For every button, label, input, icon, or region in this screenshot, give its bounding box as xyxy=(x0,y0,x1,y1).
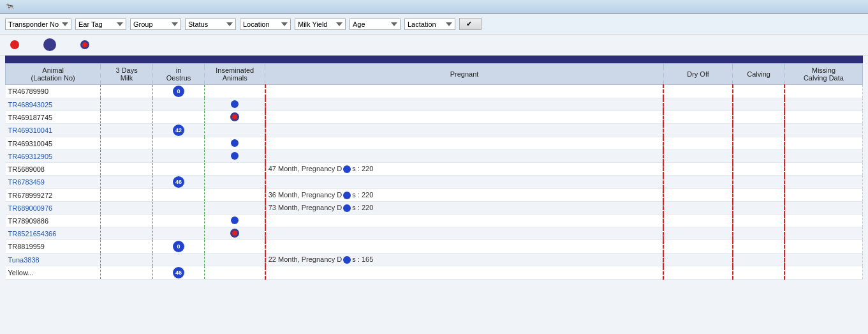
herd-table: Animal(Lactation No) 3 DaysMilk inOestru… xyxy=(5,63,863,280)
missing-cell xyxy=(784,150,862,163)
table-row: TR568900847 Month, Pregnancy Ds : 220 xyxy=(6,163,863,176)
3days-cell xyxy=(101,124,152,137)
missing-cell xyxy=(784,202,862,215)
animal-link[interactable]: TR468943025 xyxy=(8,101,53,109)
preg-dot-icon xyxy=(343,192,351,199)
calving-cell xyxy=(733,85,784,98)
pregnant-cell: 47 Month, Pregnancy Ds : 220 xyxy=(265,163,663,176)
animal-cell[interactable]: TR469310041 xyxy=(6,124,101,137)
animal-cell[interactable]: TR469312905 xyxy=(6,150,101,163)
animal-cell[interactable]: Tuna3838 xyxy=(6,254,101,266)
group-select[interactable]: Group xyxy=(130,19,181,30)
preg-days-text: s : 220 xyxy=(352,204,373,211)
inseminated-cell xyxy=(205,202,265,215)
3days-cell xyxy=(101,266,152,280)
table-row: TR469312905 xyxy=(6,150,863,163)
age-select[interactable]: Age xyxy=(349,19,401,30)
animal-cell[interactable]: TR689000976 xyxy=(6,202,101,215)
col-header-inseminated: InseminatedAnimals xyxy=(205,64,265,85)
inseminated-cell xyxy=(205,150,265,163)
missing-cell xyxy=(784,111,862,124)
col-header-3days: 3 DaysMilk xyxy=(101,64,152,85)
animal-link[interactable]: TR469312905 xyxy=(8,153,53,160)
table-row: TR88199590 xyxy=(6,240,863,254)
dryoff-cell xyxy=(663,227,733,240)
inseminated-cell xyxy=(205,215,265,227)
dryoff-cell xyxy=(663,85,733,98)
pregnancy-text: 47 Month, Pregnancy Ds : 220 xyxy=(268,165,374,172)
oestrus-cell xyxy=(152,254,204,266)
table-row: TR678345946 xyxy=(6,176,863,189)
missing-cell xyxy=(784,227,862,240)
col-header-missing: MissingCalving Data xyxy=(784,64,862,85)
oestrus-cell xyxy=(152,150,204,163)
inseminated-dot-icon xyxy=(231,216,239,224)
preg-days-text: s : 220 xyxy=(352,191,373,199)
3days-cell xyxy=(101,227,152,240)
dryoff-cell xyxy=(663,124,733,137)
inseminated-cell xyxy=(205,240,265,254)
table-row: TR68900097673 Month, Pregnancy Ds : 220 xyxy=(6,202,863,215)
preg-dot-icon xyxy=(343,165,351,173)
missing-cell xyxy=(784,124,862,137)
col-header-animal: Animal(Lactation No) xyxy=(6,64,101,85)
missing-cell xyxy=(784,240,862,254)
inseminated-cell xyxy=(205,163,265,176)
main-content: Transponder No Ear Tag Group Status Loca… xyxy=(0,14,868,334)
animal-link[interactable]: Tuna3838 xyxy=(8,256,40,264)
inseminated-cell xyxy=(205,227,265,240)
table-row: TR469310045 xyxy=(6,137,863,150)
dryoff-cell xyxy=(663,176,733,189)
missing-cell xyxy=(784,176,862,189)
calving-cell xyxy=(733,98,784,111)
pregnancy-text: 36 Month, Pregnancy Ds : 220 xyxy=(268,191,374,199)
animal-cell: TR469187745 xyxy=(6,111,101,124)
oestrus-cell xyxy=(152,227,204,240)
preg-days-text: s : 165 xyxy=(352,255,373,263)
animal-cell[interactable]: TR468943025 xyxy=(6,98,101,111)
3days-cell xyxy=(101,215,152,227)
ear-tag-select[interactable]: Ear Tag xyxy=(75,19,126,30)
3days-cell xyxy=(101,176,152,189)
animal-cell[interactable]: TR6783459 xyxy=(6,176,101,189)
dryoff-cell xyxy=(663,163,733,176)
legend-oestrus xyxy=(10,40,23,49)
oestrus-cell: 46 xyxy=(152,176,204,189)
3days-cell xyxy=(101,254,152,266)
last-date-dot-icon xyxy=(230,229,239,238)
col-header-dryoff: Dry Off xyxy=(663,64,733,85)
location-select[interactable]: Location xyxy=(240,19,291,30)
status-select[interactable]: Status xyxy=(185,19,236,30)
legend-bar xyxy=(0,34,868,56)
table-row: Yellow...46 xyxy=(6,266,863,280)
calving-cell xyxy=(733,176,784,189)
calving-cell xyxy=(733,137,784,150)
inseminated-cell xyxy=(205,111,265,124)
inseminated-cell xyxy=(205,176,265,189)
animal-cell[interactable]: TR8521654366 xyxy=(6,227,101,240)
pregnant-cell: 22 Month, Pregnancy Ds : 165 xyxy=(265,254,663,266)
missing-cell xyxy=(784,266,862,280)
transponder-select[interactable]: Transponder No xyxy=(5,19,71,30)
3days-cell xyxy=(101,240,152,254)
inseminated-cell xyxy=(205,254,265,266)
3days-cell xyxy=(101,163,152,176)
dryoff-cell xyxy=(663,240,733,254)
animal-link[interactable]: TR469310041 xyxy=(8,126,53,134)
animal-link[interactable]: TR6783459 xyxy=(8,178,45,186)
oestrus-badge: 42 xyxy=(173,125,184,136)
missing-cell xyxy=(784,98,862,111)
animal-cell: TR8819959 xyxy=(6,240,101,254)
col-header-oestrus: inOestrus xyxy=(152,64,204,85)
calving-cell xyxy=(733,254,784,266)
dryoff-cell xyxy=(663,111,733,124)
inseminated-cell xyxy=(205,189,265,202)
milk-yield-select[interactable]: Milk Yield xyxy=(295,19,346,30)
oestrus-cell: 0 xyxy=(152,240,204,254)
submit-button[interactable]: ✔ xyxy=(459,18,482,30)
table-header-row: Animal(Lactation No) 3 DaysMilk inOestru… xyxy=(6,64,863,85)
table-container[interactable]: Animal(Lactation No) 3 DaysMilk inOestru… xyxy=(5,63,863,334)
animal-link[interactable]: TR8521654366 xyxy=(8,230,57,238)
animal-link[interactable]: TR689000976 xyxy=(8,204,53,212)
lactation-select[interactable]: Lactation xyxy=(404,19,455,30)
